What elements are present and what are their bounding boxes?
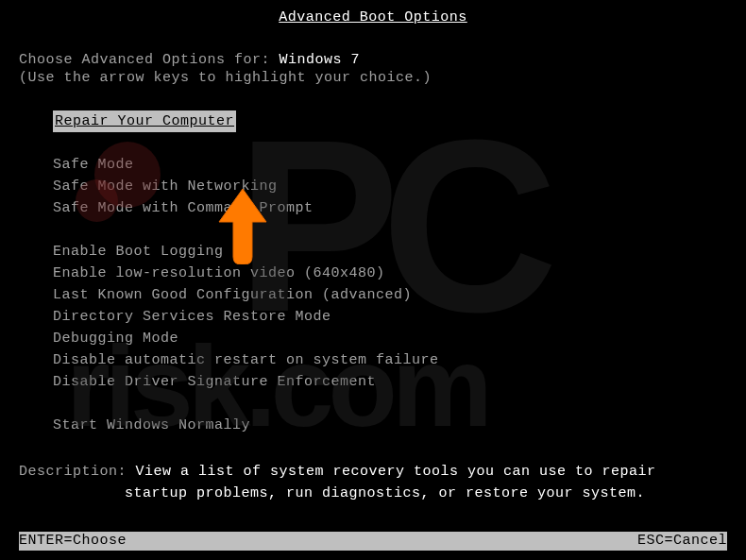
menu-item-debugging[interactable]: Debugging Mode	[53, 328, 727, 349]
menu-item-last-known-good[interactable]: Last Known Good Configuration (advanced)	[53, 284, 727, 306]
footer-enter: ENTER=Choose	[19, 532, 127, 551]
menu-item-safe-mode-cmd[interactable]: Safe Mode with Command Prompt	[53, 197, 727, 219]
pointer-arrow-icon	[210, 189, 276, 264]
description-block: Description: View a list of system recov…	[19, 461, 727, 504]
prompt-prefix: Choose Advanced Options for:	[19, 52, 280, 68]
description-label: Description:	[19, 464, 136, 480]
description-text-2: startup problems, run diagnostics, or re…	[125, 483, 727, 504]
menu-item-safe-mode-networking[interactable]: Safe Mode with Networking	[53, 176, 727, 197]
menu-item-low-res[interactable]: Enable low-resolution video (640x480)	[53, 263, 727, 284]
page-title: Advanced Boot Options	[19, 9, 727, 25]
menu-item-disable-driver-sig[interactable]: Disable Driver Signature Enforcement	[53, 371, 727, 393]
footer-bar: ENTER=Choose ESC=Cancel	[19, 532, 727, 551]
menu-item-start-normally[interactable]: Start Windows Normally	[53, 415, 727, 436]
hint-line: (Use the arrow keys to highlight your ch…	[19, 70, 727, 86]
menu-item-disable-auto-restart[interactable]: Disable automatic restart on system fail…	[53, 349, 727, 371]
menu-item-safe-mode[interactable]: Safe Mode	[53, 154, 727, 176]
os-name: Windows 7	[280, 52, 361, 68]
prompt-line: Choose Advanced Options for: Windows 7	[19, 52, 727, 68]
description-text-1: View a list of system recovery tools you…	[136, 464, 656, 480]
boot-menu: Repair Your Computer Safe Mode Safe Mode…	[53, 110, 727, 436]
menu-item-boot-logging[interactable]: Enable Boot Logging	[53, 241, 727, 263]
footer-esc: ESC=Cancel	[637, 532, 727, 551]
menu-item-repair[interactable]: Repair Your Computer	[53, 110, 727, 132]
menu-item-ds-restore[interactable]: Directory Services Restore Mode	[53, 306, 727, 328]
